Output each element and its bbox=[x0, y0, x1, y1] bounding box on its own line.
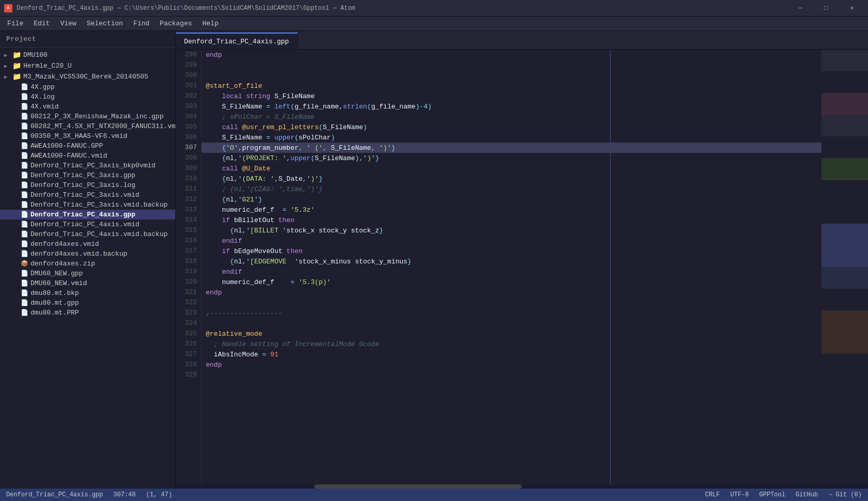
sidebar-item-dmu80bkp[interactable]: 📄 dmu80.mt.bkp bbox=[0, 288, 175, 298]
punct: ,' bbox=[242, 227, 250, 234]
sidebar-content[interactable]: ▶ 📁 DMU100 ▶ 📁 Hermle_C20_U ▶ 📁 M3_Mazak… bbox=[0, 48, 175, 489]
fn-upper: upper bbox=[275, 134, 295, 142]
sidebar-item-denford3log[interactable]: 📄 Denford_Triac_PC_3axis.log bbox=[0, 180, 175, 190]
code-line-307: {'O',program_number, ' (', S_FileName, '… bbox=[202, 143, 821, 153]
code-line-324 bbox=[202, 318, 821, 328]
status-grammar[interactable]: GPPTool bbox=[759, 491, 785, 498]
sidebar-item-label: dmu80.mt.gpp bbox=[31, 299, 79, 307]
code-line-306: S_FileName = upper(sPolChar) bbox=[202, 132, 821, 143]
code-line-305: call @usr_rem_pl_letters(S_FileName) bbox=[202, 122, 821, 132]
status-charset[interactable]: UTF-8 bbox=[730, 491, 749, 498]
fn-strlen: strlen bbox=[343, 103, 367, 111]
indent bbox=[206, 247, 222, 255]
minimize-button[interactable]: — bbox=[788, 0, 812, 17]
minimap[interactable] bbox=[821, 50, 868, 484]
line-num-323: 323 bbox=[176, 308, 201, 318]
main-layout: Project ▶ 📁 DMU100 ▶ 📁 Hermle_C20_U ▶ 📁 … bbox=[0, 31, 868, 489]
keyword-if: if bbox=[222, 247, 230, 255]
var: sPolChar bbox=[299, 134, 331, 142]
sidebar-item-00350[interactable]: 📄 00350_M_3X_HAAS-VF6.vmid bbox=[0, 131, 175, 141]
sidebar-item-denford4axes[interactable]: 📄 denford4axes.vmid bbox=[0, 239, 175, 249]
code-line-317: if bEdgeMoveOut then bbox=[202, 246, 821, 256]
sidebar-item-denford4gpp[interactable]: 📄 Denford_Triac_PC_4axis.gpp bbox=[0, 210, 175, 220]
sidebar-item-dmu60vmid[interactable]: 📄 DMU60_NEW.vmid bbox=[0, 278, 175, 288]
var: numeric_def_f bbox=[222, 206, 274, 214]
sidebar-item-denford3backup[interactable]: 📄 Denford_Triac_PC_3axis.vmid.backup bbox=[0, 200, 175, 210]
var: bEdgeMoveOut bbox=[234, 247, 283, 255]
code-content[interactable]: endp @start_of_file local string S_FileN… bbox=[202, 50, 821, 484]
menu-file[interactable]: File bbox=[2, 18, 28, 29]
indent bbox=[206, 185, 222, 193]
code-line-298: endp bbox=[202, 50, 821, 60]
sidebar-item-denford4axesbkp[interactable]: 📄 denford4axes.vmid.backup bbox=[0, 249, 175, 259]
sidebar-item-denford4backup[interactable]: 📄 Denford_Triac_PC_4axis.vmid.backup bbox=[0, 229, 175, 239]
punct: '} bbox=[254, 196, 263, 203]
sidebar-item-dmu100[interactable]: ▶ 📁 DMU100 bbox=[0, 50, 175, 60]
file-icon: 📄 bbox=[21, 221, 28, 228]
file-icon: 📄 bbox=[21, 162, 28, 169]
code-line-308: {nl,'(PROJEKT: ',upper(S_FileName),')'} bbox=[202, 153, 821, 163]
sidebar-item-hermle[interactable]: ▶ 📁 Hermle_C20_U bbox=[0, 60, 175, 71]
status-filename[interactable]: Denford_Triac_PC_4axis.gpp bbox=[6, 491, 103, 498]
sidebar-item-4xgpp[interactable]: 📄 4X.gpp bbox=[0, 82, 175, 92]
sidebar-item-denford3bkp[interactable]: 📄 Denford_Triac_PC_3axis_bkp0vmid bbox=[0, 161, 175, 170]
punct: ,' bbox=[302, 175, 311, 183]
directive-start-of-file: @start_of_file bbox=[206, 82, 262, 90]
var-nl: nl bbox=[226, 175, 234, 183]
comment: ; {nl,'(CZAS: ',time,')'} bbox=[222, 185, 323, 193]
punct: ( bbox=[311, 154, 315, 162]
sidebar-item-00282[interactable]: 📄 00282_MT_4.5X_HT_NTX2000_FANUC31i.vmid bbox=[0, 121, 175, 131]
sidebar-item-awea1000gpp[interactable]: 📄 AWEA1000-FANUC.GPP bbox=[0, 141, 175, 151]
line-num-300: 300 bbox=[176, 70, 201, 81]
status-encoding[interactable]: CRLF bbox=[705, 491, 720, 498]
var: S_FileName bbox=[323, 123, 363, 131]
tab-denford4gpp[interactable]: Denford_Triac_PC_4axis.gpp bbox=[176, 33, 298, 49]
status-github[interactable]: GitHub bbox=[796, 491, 818, 498]
punct: { bbox=[230, 227, 234, 234]
sidebar-item-m3mazak[interactable]: ▶ 📁 M3_Mazak_VCS530C_Berek_20140505 bbox=[0, 71, 175, 82]
file-icon: 📄 bbox=[21, 240, 28, 248]
status-cursor[interactable]: (1, 47) bbox=[146, 491, 172, 498]
sidebar-item-dmu80gpp[interactable]: 📄 dmu80.mt.gpp bbox=[0, 298, 175, 308]
punct: ( bbox=[318, 123, 323, 131]
maximize-button[interactable]: □ bbox=[814, 0, 838, 17]
menu-view[interactable]: View bbox=[55, 18, 81, 29]
var: stock_x stock_y stock_z bbox=[286, 227, 379, 234]
menu-packages[interactable]: Packages bbox=[155, 18, 197, 29]
sidebar-item-dmu60gpp[interactable]: 📄 DMU60_NEW.gpp bbox=[0, 269, 175, 278]
sidebar-item-00212[interactable]: 📄 00212_P_3X_Renishaw_Mazak_inc.gpp bbox=[0, 112, 175, 121]
sidebar-item-4xlog[interactable]: 📄 4X.log bbox=[0, 92, 175, 102]
indent bbox=[206, 92, 222, 100]
space bbox=[286, 206, 291, 214]
punct: , bbox=[275, 175, 279, 183]
code-line-328: endp bbox=[202, 359, 821, 370]
menu-selection[interactable]: Selection bbox=[82, 18, 128, 29]
status-git[interactable]: → Git (0) bbox=[828, 491, 862, 498]
sidebar-item-dmu80prp[interactable]: 📄 dmu80.mt.PRP bbox=[0, 308, 175, 318]
punct: , bbox=[323, 144, 331, 152]
str: ')' bbox=[363, 154, 375, 162]
space bbox=[238, 165, 242, 173]
sidebar-item-denford3vmid[interactable]: 📄 Denford_Triac_PC_3axis.vmid bbox=[0, 190, 175, 200]
sidebar-item-4xvmid[interactable]: 📄 4X.vmid bbox=[0, 102, 175, 112]
status-position[interactable]: 307:48 bbox=[113, 491, 135, 498]
sidebar-header: Project bbox=[0, 31, 175, 48]
sidebar-item-denford3gpp[interactable]: 📄 Denford_Triac_PC_3axis.gpp bbox=[0, 170, 175, 180]
hscroll-thumb[interactable] bbox=[314, 484, 522, 489]
punct: , bbox=[371, 144, 379, 152]
horizontal-scrollbar[interactable] bbox=[176, 484, 868, 489]
code-line-314: if bBilletOut then bbox=[202, 215, 821, 225]
arrow-icon: ▶ bbox=[4, 74, 12, 80]
sidebar-item-awea1000vmid[interactable]: 📄 AWEA1000-FANUC.vmid bbox=[0, 151, 175, 161]
code-line-301: @start_of_file bbox=[202, 81, 821, 91]
sidebar-item-denford4axeszip[interactable]: 📦 denford4axes.zip bbox=[0, 259, 175, 269]
close-button[interactable]: ✕ bbox=[840, 0, 864, 17]
menu-find[interactable]: Find bbox=[128, 18, 155, 29]
line-num-325: 325 bbox=[176, 328, 201, 339]
menu-edit[interactable]: Edit bbox=[28, 18, 55, 29]
punct: ( bbox=[291, 103, 295, 111]
sidebar-item-denford4vmid[interactable]: 📄 Denford_Triac_PC_4axis.vmid bbox=[0, 220, 175, 229]
punct: , bbox=[339, 103, 343, 111]
punct: {' bbox=[222, 144, 230, 152]
menu-help[interactable]: Help bbox=[197, 18, 224, 29]
